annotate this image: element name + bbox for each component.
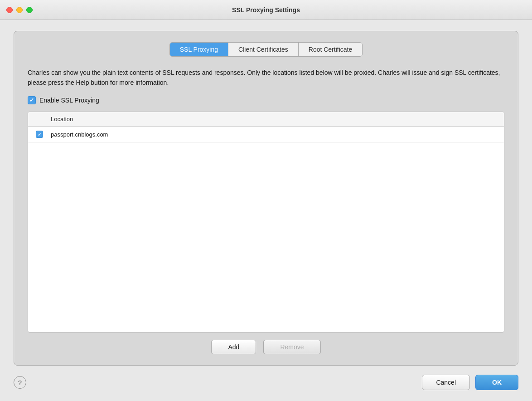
tab-client-certificates[interactable]: Client Certificates [228, 43, 299, 56]
table-row[interactable]: ✓ passport.cnblogs.com [28, 127, 504, 143]
table-body: ✓ passport.cnblogs.com [28, 127, 504, 332]
tab-ssl-proxying[interactable]: SSL Proxying [170, 43, 228, 56]
bottom-actions: Cancel OK [422, 375, 518, 390]
dialog-panel: SSL Proxying Client Certificates Root Ce… [14, 31, 518, 366]
tab-root-certificate[interactable]: Root Certificate [299, 43, 362, 56]
row-checkbox-cell: ✓ [28, 131, 51, 138]
location-column-header: Location [51, 116, 73, 122]
row-checkbox[interactable]: ✓ [36, 131, 43, 138]
table-buttons-row: Add Remove [28, 340, 504, 354]
close-button[interactable] [6, 7, 13, 13]
maximize-button[interactable] [26, 7, 33, 13]
bottom-bar: ? Cancel OK [14, 366, 518, 390]
remove-button[interactable]: Remove [263, 340, 320, 354]
traffic-lights [6, 7, 33, 13]
ok-button[interactable]: OK [475, 375, 518, 390]
window-title: SSL Proxying Settings [232, 6, 300, 14]
tab-group: SSL Proxying Client Certificates Root Ce… [169, 42, 363, 57]
add-button[interactable]: Add [211, 340, 256, 354]
table-header: Location [28, 112, 504, 127]
main-content: SSL Proxying Client Certificates Root Ce… [0, 20, 532, 401]
locations-table: Location ✓ passport.cnblogs.com [28, 112, 504, 333]
checkmark-icon: ✓ [29, 97, 34, 103]
tabs-row: SSL Proxying Client Certificates Root Ce… [28, 42, 504, 57]
row-checkmark-icon: ✓ [38, 132, 41, 137]
enable-ssl-proxying-checkbox[interactable]: ✓ [28, 96, 36, 104]
description-text: Charles can show you the plain text cont… [28, 68, 504, 88]
enable-ssl-proxying-row: ✓ Enable SSL Proxying [28, 96, 504, 104]
title-bar: SSL Proxying Settings [0, 0, 532, 20]
minimize-button[interactable] [16, 7, 23, 13]
cancel-button[interactable]: Cancel [422, 375, 470, 390]
enable-ssl-proxying-label: Enable SSL Proxying [39, 97, 99, 104]
row-location: passport.cnblogs.com [51, 131, 108, 138]
help-button[interactable]: ? [14, 376, 26, 389]
